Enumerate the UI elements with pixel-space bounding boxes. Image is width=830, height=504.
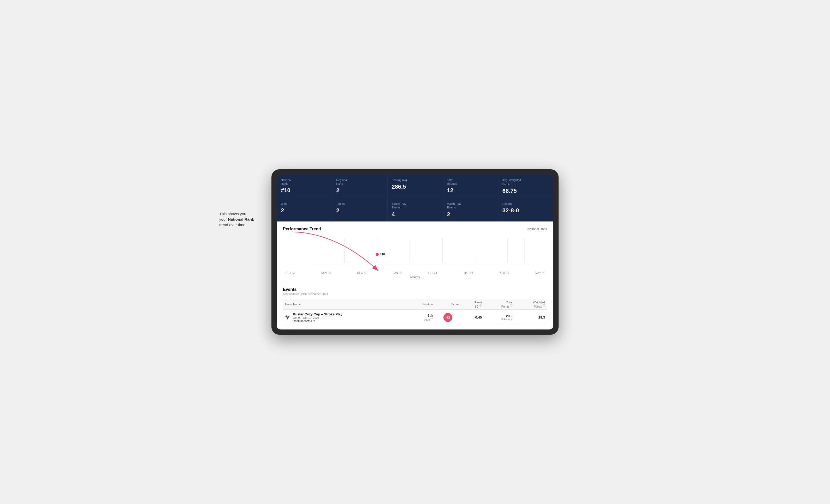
col-event-name: Event Name <box>283 299 406 310</box>
stat-national-rank: NationalRank #10 <box>277 174 332 198</box>
stat-regional-rank: RegionalRank 2 <box>332 174 387 198</box>
x-label-oct23: OCT 23 <box>286 272 295 274</box>
chart-svg: #10 <box>283 236 547 269</box>
stat-stroke-play-events: Stroke PlayEvents 4 <box>387 198 442 222</box>
stat-match-play-events: Match PlayEvents 2 <box>443 198 498 222</box>
performance-title: Performance Trend <box>283 227 321 231</box>
events-last-updated: Last updated: 24th November 2023 <box>283 293 547 296</box>
event-sg: 0.45 <box>461 310 484 325</box>
event-total-points: 28.33 Rounds <box>484 310 515 325</box>
performance-header: Performance Trend National Rank <box>283 227 547 231</box>
x-label-dec23: DEC 23 <box>357 272 366 274</box>
col-position: Position <box>406 299 435 310</box>
x-label-nov23: NOV 23 <box>321 272 331 274</box>
col-score: Score <box>435 299 461 310</box>
chart-data-point <box>376 253 379 256</box>
event-name-cell: 🦅 Buster Cozy Cup – Stroke Play Oct 9 – … <box>283 310 406 325</box>
event-position: 6thout of 7 <box>406 310 435 325</box>
events-section: Events Last updated: 24th November 2023 … <box>277 283 553 330</box>
tablet-device: NationalRank #10 RegionalRank 2 Scoring … <box>272 169 558 335</box>
event-weighted-points: 28.3 <box>514 310 547 325</box>
stats-grid: NationalRank #10 RegionalRank 2 Scoring … <box>277 174 553 222</box>
stat-total-rounds: TotalRounds 12 <box>443 174 498 198</box>
x-label-feb24: FEB 24 <box>428 272 437 274</box>
x-label-may24: MAY 24 <box>535 272 544 274</box>
table-row: 🦅 Buster Cozy Cup – Stroke Play Oct 9 – … <box>283 310 547 325</box>
event-date: Oct 9 – Oct 10, 2023 <box>293 316 343 319</box>
col-weighted-points: WeightedPoints ⓘ <box>514 299 547 310</box>
stat-avg-weighted-points: Avg. WeightedPoints ⓘ 68.75 <box>498 174 553 198</box>
stat-top3s: Top 3s 2 <box>332 198 387 222</box>
x-label-mar24: MAR 24 <box>464 272 473 274</box>
chart-x-labels: OCT 23 NOV 23 DEC 23 JAN 24 FEB 24 MAR 2… <box>283 272 547 274</box>
annotation-text: This shows you your National Rank trend … <box>219 211 272 228</box>
event-icon: 🦅 <box>285 315 290 320</box>
col-total-points: TotalPoints ⓘ <box>484 299 515 310</box>
events-table-header-row: Event Name Position Score EventSG ⓘ Tota… <box>283 299 547 310</box>
x-label-jan24: JAN 24 <box>393 272 402 274</box>
event-name: Buster Cozy Cup – Stroke Play <box>293 312 343 316</box>
x-label-apr24: APR 24 <box>500 272 509 274</box>
performance-section: Performance Trend National Rank <box>277 222 553 283</box>
chart-axis-label: Months <box>283 275 547 279</box>
chart-data-label: #10 <box>380 253 385 256</box>
stat-scoring-avg: Scoring Avg. 286.5 <box>387 174 442 198</box>
events-title: Events <box>283 287 547 292</box>
col-event-sg: EventSG ⓘ <box>461 299 484 310</box>
events-table: Event Name Position Score EventSG ⓘ Tota… <box>283 299 547 326</box>
performance-chart: #10 <box>283 236 547 269</box>
tablet-screen: NationalRank #10 RegionalRank 2 Scoring … <box>277 174 553 330</box>
stat-wins: Wins 2 <box>277 198 332 222</box>
stat-record: Record 32-8-0 <box>498 198 553 222</box>
score-badge: -22 <box>443 313 452 322</box>
event-rank-impact: Rank Impact: 3 ▼ <box>293 319 343 323</box>
performance-type-label: National Rank <box>528 227 547 231</box>
event-score: -22 <box>435 310 461 325</box>
